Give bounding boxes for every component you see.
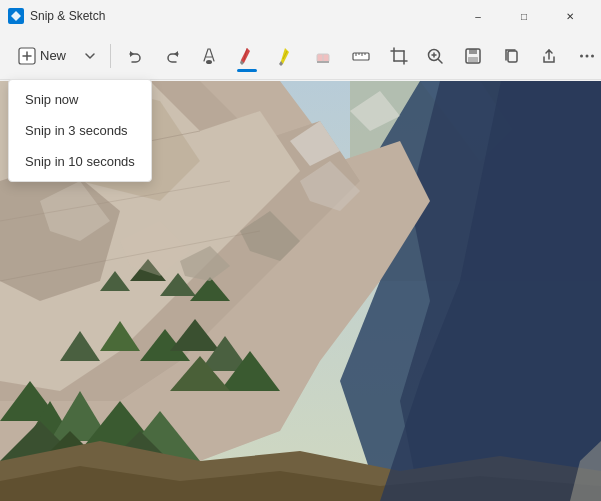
svg-rect-28: [468, 57, 478, 62]
snip-now-item[interactable]: Snip now: [9, 84, 151, 115]
copy-button[interactable]: [493, 38, 529, 74]
redo-icon: [164, 47, 182, 65]
new-label: New: [40, 48, 66, 63]
undo-button[interactable]: [117, 38, 153, 74]
separator-1: [110, 44, 111, 68]
pencil-button[interactable]: [229, 38, 265, 74]
eraser-icon: [312, 45, 334, 67]
copy-icon: [502, 47, 520, 65]
crop-button[interactable]: [381, 38, 417, 74]
zoom-in-button[interactable]: [417, 38, 453, 74]
pencil-icon: [236, 45, 258, 67]
toolbar: New: [0, 32, 601, 80]
ballpoint-pen-button[interactable]: [191, 38, 227, 74]
toolbar-right: [417, 38, 601, 74]
close-button[interactable]: ✕: [547, 0, 593, 32]
svg-marker-4: [241, 48, 250, 63]
new-button[interactable]: New: [8, 38, 76, 74]
title-bar-left: Snip & Sketch: [8, 8, 105, 24]
share-icon: [540, 47, 558, 65]
ruler-button[interactable]: [343, 38, 379, 74]
svg-point-32: [591, 54, 594, 57]
eraser-button[interactable]: [305, 38, 341, 74]
svg-marker-7: [281, 48, 289, 64]
toolbar-left: New: [8, 38, 191, 74]
title-bar: Snip & Sketch – □ ✕: [0, 0, 601, 32]
snip-10-seconds-item[interactable]: Snip in 10 seconds: [9, 146, 151, 177]
svg-rect-29: [508, 51, 517, 62]
new-dropdown-menu: Snip now Snip in 3 seconds Snip in 10 se…: [8, 79, 152, 182]
snip-3-seconds-item[interactable]: Snip in 3 seconds: [9, 115, 151, 146]
minimize-button[interactable]: –: [455, 0, 501, 32]
highlighter-button[interactable]: [267, 38, 303, 74]
drawing-tools: [191, 38, 417, 74]
svg-point-30: [580, 54, 583, 57]
svg-rect-27: [469, 49, 477, 54]
svg-point-31: [586, 54, 589, 57]
highlighter-icon: [274, 45, 296, 67]
zoom-in-icon: [426, 47, 444, 65]
undo-redo-group: [117, 38, 191, 74]
maximize-button[interactable]: □: [501, 0, 547, 32]
more-options-icon: [578, 47, 596, 65]
share-button[interactable]: [531, 38, 567, 74]
crop-icon: [388, 45, 410, 67]
new-icon: [18, 47, 36, 65]
undo-icon: [126, 47, 144, 65]
svg-line-25: [439, 59, 443, 63]
redo-button[interactable]: [155, 38, 191, 74]
app-icon: [8, 8, 24, 24]
svg-rect-13: [353, 53, 369, 60]
title-bar-controls: – □ ✕: [455, 0, 593, 32]
ballpoint-pen-icon: [198, 45, 220, 67]
save-button[interactable]: [455, 38, 491, 74]
ruler-icon: [350, 45, 372, 67]
app-title: Snip & Sketch: [30, 9, 105, 23]
new-button-group: New: [8, 38, 104, 74]
more-options-button[interactable]: [569, 38, 601, 74]
save-icon: [464, 47, 482, 65]
svg-point-2: [206, 60, 212, 64]
chevron-down-icon: [84, 50, 96, 62]
new-dropdown-button[interactable]: [76, 38, 104, 74]
